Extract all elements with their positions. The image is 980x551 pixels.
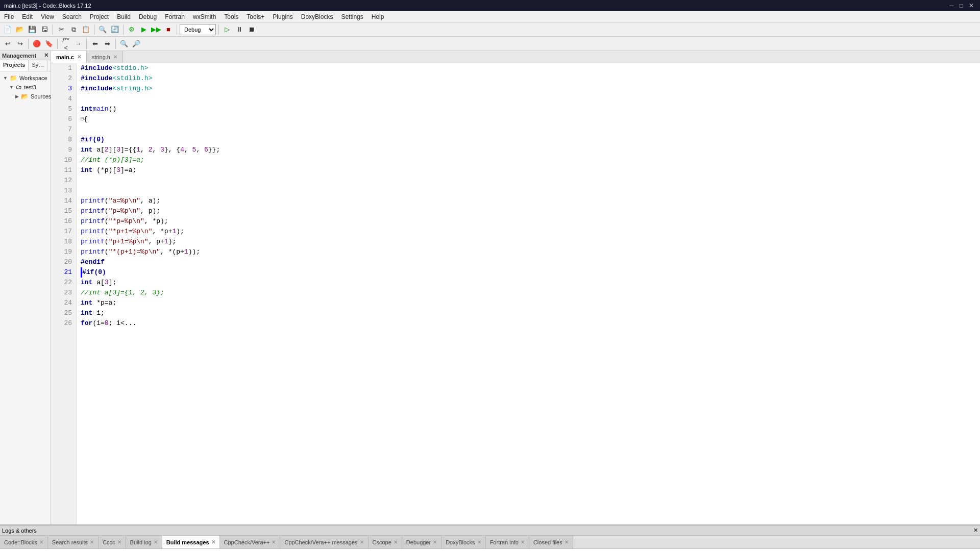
tab-stringh-close-icon[interactable]: ✕ bbox=[113, 54, 117, 60]
bottom-tab-cppcheck[interactable]: CppCheck/Vera++ ✕ bbox=[220, 536, 281, 548]
sidebar-tab-projects[interactable]: Projects bbox=[0, 60, 29, 71]
copy-button[interactable]: ⧉ bbox=[68, 24, 79, 35]
menu-toolsplus[interactable]: Tools+ bbox=[242, 12, 268, 21]
title-bar-title: main.c [test3] - Code::Blocks 17.12 bbox=[4, 3, 91, 9]
breakpoint-button[interactable]: 🔴 bbox=[31, 38, 42, 49]
menu-settings[interactable]: Settings bbox=[337, 12, 367, 21]
replace-button[interactable]: 🔄 bbox=[109, 24, 120, 35]
code-line-20: #endif bbox=[81, 257, 976, 267]
debug-pause-button[interactable]: ⏸ bbox=[234, 24, 245, 35]
code-content[interactable]: #include <stdio.h> #include <stdlib.h> #… bbox=[77, 63, 980, 524]
bottom-tab-doxyblocks[interactable]: DoxyBlocks ✕ bbox=[442, 536, 485, 548]
menu-view[interactable]: View bbox=[37, 12, 58, 21]
sources-label: Sources bbox=[31, 93, 51, 99]
bottom-panel-close-icon[interactable]: ✕ bbox=[973, 527, 978, 534]
bottom-tab-codeblocks-close-icon[interactable]: ✕ bbox=[39, 539, 43, 545]
stop-button[interactable]: ■ bbox=[163, 24, 174, 35]
nav-back-button[interactable]: ⬅ bbox=[89, 38, 101, 49]
build-config-dropdown[interactable]: Debug Release bbox=[180, 24, 216, 35]
bottom-tab-buildmsg-close-icon[interactable]: ✕ bbox=[211, 539, 215, 545]
toolbar2-sep2 bbox=[57, 39, 58, 49]
paste-button[interactable]: 📋 bbox=[80, 24, 91, 35]
bottom-tab-doxyblocks-label: DoxyBlocks bbox=[446, 539, 475, 545]
bottom-tab-search-close-icon[interactable]: ✕ bbox=[90, 539, 94, 545]
undo-button[interactable]: ↩ bbox=[2, 38, 13, 49]
title-bar-controls: ─ □ ✕ bbox=[947, 2, 976, 9]
bottom-tab-cscope[interactable]: Cscope ✕ bbox=[369, 536, 402, 548]
sidebar-tab-symbols[interactable]: Sy… bbox=[29, 60, 47, 71]
menu-edit[interactable]: Edit bbox=[18, 12, 37, 21]
bottom-tab-cppcheck-msg[interactable]: CppCheck/Vera++ messages ✕ bbox=[280, 536, 368, 548]
toolbar-sep2 bbox=[94, 24, 94, 35]
tab-mainc-close-icon[interactable]: ✕ bbox=[77, 54, 81, 60]
close-button[interactable]: ✕ bbox=[967, 2, 976, 9]
menu-doxyblocks[interactable]: DoxyBlocks bbox=[297, 12, 337, 21]
build-run-button[interactable]: ▶▶ bbox=[151, 24, 162, 35]
open-file-button[interactable]: 📂 bbox=[14, 24, 26, 35]
editor-tab-stringh[interactable]: string.h ✕ bbox=[87, 51, 123, 63]
toolbar-sep3 bbox=[123, 24, 124, 35]
menu-project[interactable]: Project bbox=[86, 12, 113, 21]
sidebar-item-sources[interactable]: ▶ 📂 Sources bbox=[1, 92, 50, 101]
cut-button[interactable]: ✂ bbox=[56, 24, 67, 35]
minimize-button[interactable]: ─ bbox=[947, 2, 956, 9]
sidebar-close-icon[interactable]: ✕ bbox=[44, 52, 48, 59]
maximize-button[interactable]: □ bbox=[958, 2, 965, 9]
bottom-tab-debugger-close-icon[interactable]: ✕ bbox=[433, 539, 437, 545]
code-line-11: int (*p)[3]=a; bbox=[81, 165, 976, 176]
code-line-1: #include <stdio.h> bbox=[81, 63, 976, 73]
indent-button[interactable]: → bbox=[72, 38, 84, 49]
code-line-24: int *p=a; bbox=[81, 298, 976, 308]
menu-build[interactable]: Build bbox=[113, 12, 135, 21]
bottom-tab-buildmsg[interactable]: Build messages ✕ bbox=[162, 536, 220, 548]
nav-fwd-button[interactable]: ➡ bbox=[102, 38, 113, 49]
bottom-tab-buildlog-close-icon[interactable]: ✕ bbox=[154, 539, 158, 545]
code-editor[interactable]: 1 2 3 4 5 6 7 8 9 10 11 12 13 14 15 16 1… bbox=[51, 63, 980, 524]
toolbar-sep1 bbox=[53, 24, 53, 35]
bottom-tab-debugger[interactable]: Debugger ✕ bbox=[402, 536, 442, 548]
menu-debug[interactable]: Debug bbox=[135, 12, 161, 21]
find-button[interactable]: 🔍 bbox=[97, 24, 108, 35]
bottom-tab-cscope-close-icon[interactable]: ✕ bbox=[394, 539, 398, 545]
bottom-tab-doxyblocks-close-icon[interactable]: ✕ bbox=[477, 539, 481, 545]
code-line-8: #if(0) bbox=[81, 135, 976, 145]
toolbar2-sep1 bbox=[28, 39, 29, 49]
save-all-button[interactable]: 🖫 bbox=[39, 24, 50, 35]
workspace-arrow-icon: ▼ bbox=[3, 76, 8, 81]
new-file-button[interactable]: 📄 bbox=[2, 24, 13, 35]
bottom-tab-search[interactable]: Search results ✕ bbox=[48, 536, 99, 548]
bottom-tab-cppcheck-close-icon[interactable]: ✕ bbox=[272, 539, 276, 545]
comment-button[interactable]: /** < bbox=[60, 38, 71, 49]
sidebar-item-test3[interactable]: ▼ 🗂 test3 bbox=[1, 83, 50, 92]
debug-stop-button[interactable]: ⏹ bbox=[246, 24, 257, 35]
bottom-tab-closed-close-icon[interactable]: ✕ bbox=[565, 539, 569, 545]
zoom-out-button[interactable]: 🔎 bbox=[131, 38, 142, 49]
toolbar-sep4 bbox=[177, 24, 177, 35]
bottom-tab-fortran-close-icon[interactable]: ✕ bbox=[521, 539, 525, 545]
editor-tab-mainc[interactable]: main.c ✕ bbox=[51, 51, 87, 63]
bottom-tab-cccc-close-icon[interactable]: ✕ bbox=[117, 539, 121, 545]
bottom-tab-buildlog[interactable]: Build log ✕ bbox=[126, 536, 162, 548]
menu-plugins[interactable]: Plugins bbox=[268, 12, 297, 21]
bottom-tab-closed[interactable]: Closed files ✕ bbox=[529, 536, 573, 548]
menu-fortran[interactable]: Fortran bbox=[161, 12, 189, 21]
run-button[interactable]: ▶ bbox=[138, 24, 150, 35]
sidebar-item-workspace[interactable]: ▼ 📁 Workspace bbox=[1, 73, 50, 83]
bottom-tab-fortran[interactable]: Fortran info ✕ bbox=[486, 536, 529, 548]
menu-help[interactable]: Help bbox=[368, 12, 388, 21]
zoom-in-button[interactable]: 🔍 bbox=[118, 38, 130, 49]
debug-button[interactable]: ▷ bbox=[222, 24, 233, 35]
build-button[interactable]: ⚙ bbox=[126, 24, 137, 35]
save-button[interactable]: 💾 bbox=[27, 24, 38, 35]
menu-wxsmith[interactable]: wxSmith bbox=[189, 12, 220, 21]
menu-tools[interactable]: Tools bbox=[220, 12, 242, 21]
bottom-tab-cppcheck-msg-close-icon[interactable]: ✕ bbox=[360, 539, 364, 545]
menu-file[interactable]: File bbox=[0, 12, 18, 21]
bottom-tab-cccc[interactable]: Cccc ✕ bbox=[99, 536, 126, 548]
bottom-tab-codeblocks-label: Code::Blocks bbox=[4, 539, 37, 545]
toggle-bookmark-button[interactable]: 🔖 bbox=[43, 38, 55, 49]
menu-search[interactable]: Search bbox=[58, 12, 86, 21]
bottom-tab-codeblocks[interactable]: Code::Blocks ✕ bbox=[0, 536, 48, 548]
tab-bar: main.c ✕ string.h ✕ bbox=[51, 51, 980, 63]
redo-button[interactable]: ↪ bbox=[14, 38, 26, 49]
